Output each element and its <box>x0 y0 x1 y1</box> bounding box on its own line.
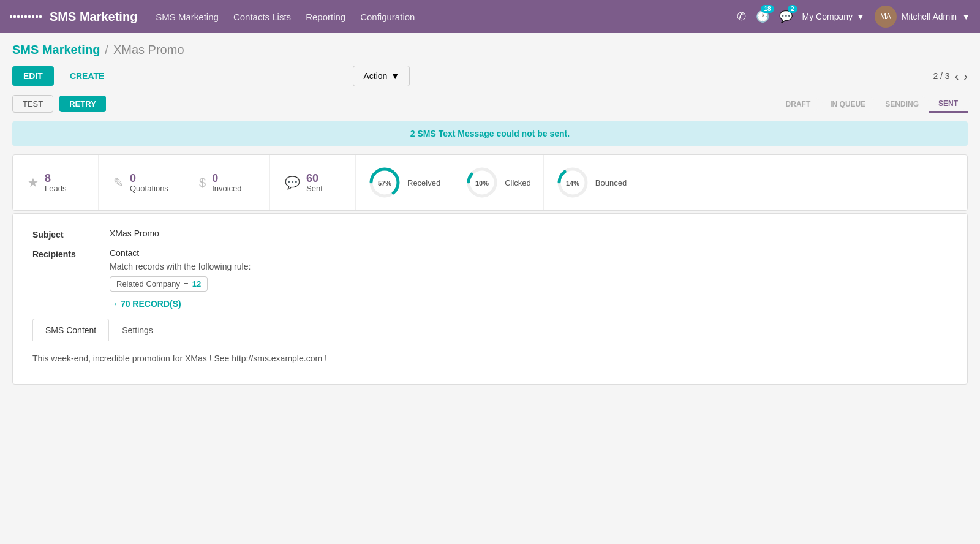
leads-label: Leads <box>45 184 66 193</box>
breadcrumb: SMS Marketing / XMas Promo <box>12 43 968 57</box>
nav-configuration[interactable]: Configuration <box>360 12 415 22</box>
action-chevron-icon: ▼ <box>391 71 399 81</box>
stat-bounced[interactable]: 14% Bounced <box>544 155 639 210</box>
status-steps: DRAFT IN QUEUE SENDING SENT <box>776 96 968 113</box>
phone-icon[interactable]: ✆ <box>737 10 746 23</box>
nav-links: SMS Marketing Contacts Lists Reporting C… <box>156 12 736 22</box>
next-button[interactable]: › <box>963 69 968 83</box>
create-button[interactable]: CREATE <box>59 66 116 86</box>
bounced-label: Bounced <box>595 178 627 187</box>
content-tabs: SMS Content Settings <box>32 319 948 341</box>
tab-settings[interactable]: Settings <box>109 319 166 341</box>
status-inqueue: IN QUEUE <box>820 96 875 112</box>
recipients-row: Recipients Contact Match records with th… <box>32 248 948 309</box>
match-text: Match records with the following rule: <box>110 262 251 271</box>
filter-tag: Related Company = 12 <box>110 276 208 292</box>
invoiced-label: Invoiced <box>212 184 241 193</box>
filter-op: = <box>184 279 189 289</box>
activity-badge: 18 <box>761 5 774 13</box>
activity-icon[interactable]: 🕐 18 <box>756 10 769 23</box>
received-label: Received <box>407 178 440 187</box>
stat-leads[interactable]: ★ 8 Leads <box>13 155 99 210</box>
retry-button[interactable]: RETRY <box>59 96 106 112</box>
filter-val: 12 <box>192 279 201 289</box>
tab-sms-content[interactable]: SMS Content <box>32 319 109 341</box>
breadcrumb-parent[interactable]: SMS Marketing <box>12 43 100 57</box>
sent-label: Sent <box>306 184 323 193</box>
app-brand: SMS Marketing <box>50 10 137 24</box>
filter-key: Related Company <box>116 279 180 289</box>
nav-reporting[interactable]: Reporting <box>306 12 345 22</box>
user-avatar: MA <box>875 6 897 28</box>
breadcrumb-separator: / <box>105 43 108 57</box>
nav-sms-marketing[interactable]: SMS Marketing <box>156 12 219 22</box>
test-button[interactable]: TEST <box>12 95 53 113</box>
company-selector[interactable]: My Company ▼ <box>802 12 865 21</box>
recipients-label: Recipients <box>32 248 100 259</box>
stat-invoiced[interactable]: $ 0 Invoiced <box>184 155 270 210</box>
chat-icon[interactable]: 💬 2 <box>779 10 793 23</box>
stats-panel: ★ 8 Leads ✎ 0 Quotations $ 0 Invoiced 💬 … <box>12 154 968 211</box>
subject-row: Subject XMas Promo <box>32 229 948 240</box>
received-chart: 57% <box>368 166 401 199</box>
stat-clicked[interactable]: 10% Clicked <box>453 155 544 210</box>
status-sending: SENDING <box>875 96 929 112</box>
user-menu[interactable]: MA Mitchell Admin ▼ <box>875 6 970 28</box>
status-sent: SENT <box>929 96 968 113</box>
toolbar: EDIT CREATE Action ▼ 2 / 3 ‹ › <box>12 66 968 86</box>
records-link[interactable]: → 70 RECORD(S) <box>110 299 251 309</box>
action-button[interactable]: Action ▼ <box>353 66 410 86</box>
leads-count: 8 <box>45 173 66 184</box>
bounced-chart: 14% <box>556 166 589 199</box>
chat-bubble-icon: 💬 <box>285 175 300 190</box>
svg-text:14%: 14% <box>566 179 579 187</box>
subject-label: Subject <box>32 229 100 240</box>
tab-content-sms: This week-end, incredible promotion for … <box>32 341 948 369</box>
star-icon: ★ <box>28 175 39 190</box>
stat-received[interactable]: 57% Received <box>356 155 453 210</box>
app-grid-icon[interactable] <box>10 15 41 18</box>
quotations-label: Quotations <box>130 184 168 193</box>
quotations-count: 0 <box>130 173 168 184</box>
clicked-chart: 10% <box>466 166 499 199</box>
status-draft: DRAFT <box>776 96 821 112</box>
clicked-label: Clicked <box>505 178 531 187</box>
recipients-value: Contact <box>110 248 251 258</box>
topnav: SMS Marketing SMS Marketing Contacts Lis… <box>0 0 980 33</box>
stat-quotations[interactable]: ✎ 0 Quotations <box>99 155 184 210</box>
form-panel: Subject XMas Promo Recipients Contact Ma… <box>12 213 968 385</box>
svg-text:10%: 10% <box>475 179 489 187</box>
breadcrumb-current: XMas Promo <box>113 43 184 57</box>
edit-button[interactable]: EDIT <box>12 66 54 86</box>
subject-value: XMas Promo <box>110 229 159 238</box>
sent-count: 60 <box>306 173 323 184</box>
edit-icon: ✎ <box>113 175 124 190</box>
chat-badge: 2 <box>788 5 797 13</box>
prev-button[interactable]: ‹ <box>955 69 959 83</box>
dollar-icon: $ <box>199 176 206 190</box>
nav-contacts-lists[interactable]: Contacts Lists <box>233 12 291 22</box>
svg-text:57%: 57% <box>378 179 391 187</box>
statusbar: TEST RETRY DRAFT IN QUEUE SENDING SENT <box>12 95 968 113</box>
main-content: SMS Marketing / XMas Promo EDIT CREATE A… <box>0 33 980 395</box>
topnav-right: ✆ 🕐 18 💬 2 My Company ▼ MA Mitchell Admi… <box>737 6 970 28</box>
pagination: 2 / 3 ‹ › <box>933 69 968 83</box>
invoiced-count: 0 <box>212 173 241 184</box>
stat-sent[interactable]: 💬 60 Sent <box>270 155 356 210</box>
alert-banner: 2 SMS Text Message could not be sent. <box>12 121 968 146</box>
